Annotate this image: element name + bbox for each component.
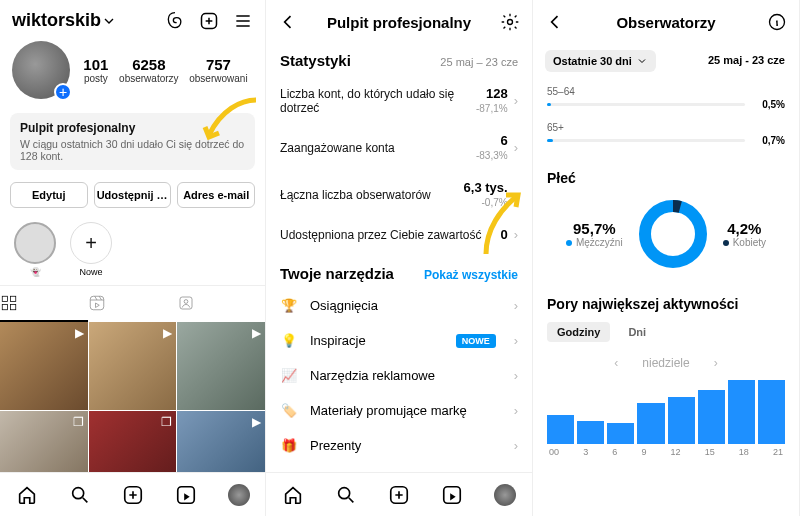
search-icon[interactable] <box>69 484 91 506</box>
toggle-hours[interactable]: Godziny <box>547 322 610 342</box>
carousel-badge-icon: ❐ <box>73 415 84 429</box>
x-tick: 3 <box>583 447 588 457</box>
x-tick: 6 <box>612 447 617 457</box>
activity-x-axis: 0036912151821 <box>533 444 799 457</box>
tool-label: Materiały promujące markę <box>310 403 502 418</box>
threads-icon[interactable] <box>165 11 185 31</box>
age-bar <box>547 139 745 142</box>
highlight-new[interactable]: + Nowe <box>70 222 112 277</box>
activity-bar-chart <box>533 380 799 444</box>
avatar[interactable]: + <box>12 41 70 99</box>
gender-donut: 95,7% Mężczyźni 4,2% Kobiety <box>533 192 799 288</box>
badge-icon: 🏷️ <box>280 403 298 418</box>
followers-label: obserwatorzy <box>119 73 178 84</box>
followers-count: 6258 <box>119 56 178 73</box>
men-pct: 95,7% <box>566 220 623 237</box>
tool-gifts[interactable]: 🎁 Prezenty › <box>266 428 532 463</box>
age-row-65plus: 65+ 0,7% <box>533 116 799 152</box>
svg-point-7 <box>184 300 188 304</box>
svg-rect-4 <box>11 305 16 310</box>
range-pill[interactable]: Ostatnie 30 dni <box>545 50 656 72</box>
age-pct: 0,7% <box>751 135 785 146</box>
bottom-nav <box>266 472 532 516</box>
svg-point-8 <box>72 487 83 498</box>
chevron-right-icon: › <box>514 333 518 348</box>
post-thumb[interactable]: ▶ <box>89 322 177 410</box>
highlight-item[interactable]: 👻 <box>14 222 56 277</box>
add-story-icon[interactable]: + <box>54 83 72 101</box>
pro-dashboard-card[interactable]: Pulpit profesjonalny W ciągu ostatnich 3… <box>10 113 255 170</box>
following-label: obserwowani <box>189 73 247 84</box>
reel-badge-icon: ▶ <box>75 326 84 340</box>
edit-profile-button[interactable]: Edytuj <box>10 182 88 208</box>
activity-bar <box>637 403 664 444</box>
stat-label: Liczba kont, do których udało się dotrze… <box>280 87 476 115</box>
stat-total-followers-row[interactable]: Łączna liczba obserwatorów 6,3 tys.-0,7%… <box>266 171 532 218</box>
reel-badge-icon: ▶ <box>163 326 172 340</box>
next-day-icon[interactable]: › <box>714 356 718 370</box>
info-icon[interactable] <box>767 12 787 32</box>
create-post-icon[interactable] <box>199 11 219 31</box>
stat-label: Łączna liczba obserwatorów <box>280 188 464 202</box>
chevron-right-icon: › <box>514 403 518 418</box>
settings-icon[interactable] <box>500 12 520 32</box>
women-pct: 4,2% <box>723 220 766 237</box>
activity-bar <box>577 421 604 444</box>
lightbulb-icon: 💡 <box>280 333 298 348</box>
back-icon[interactable] <box>278 12 298 32</box>
tab-tagged[interactable] <box>177 286 265 322</box>
profile-nav-avatar[interactable] <box>494 484 516 506</box>
reels-nav-icon[interactable] <box>441 484 463 506</box>
post-thumb[interactable]: ▶ <box>0 322 88 410</box>
home-icon[interactable] <box>282 484 304 506</box>
stat-shared-row[interactable]: Udostępniona przez Ciebie zawartość 0 › <box>266 218 532 251</box>
toggle-days[interactable]: Dni <box>618 322 656 342</box>
highlight-cover <box>14 222 56 264</box>
tool-inspirations[interactable]: 💡 Inspiracje NOWE › <box>266 323 532 358</box>
dashboard-title: Pulpit profesjonalny <box>20 121 245 135</box>
stats-heading: Statystyki <box>280 52 351 69</box>
prev-day-icon[interactable]: ‹ <box>614 356 618 370</box>
username-dropdown[interactable]: wiktorskib <box>12 10 117 31</box>
home-icon[interactable] <box>16 484 38 506</box>
age-label: 55–64 <box>547 86 785 97</box>
share-profile-button[interactable]: Udostępnij pr... <box>94 182 172 208</box>
x-tick: 00 <box>549 447 559 457</box>
tab-reels[interactable] <box>88 286 176 322</box>
create-icon[interactable] <box>122 484 144 506</box>
create-icon[interactable] <box>388 484 410 506</box>
stat-delta: -87,1% <box>476 103 508 114</box>
highlight-label: 👻 <box>14 267 56 277</box>
tab-grid[interactable] <box>0 286 88 322</box>
profile-nav-avatar[interactable] <box>228 484 250 506</box>
show-all-link[interactable]: Pokaż wszystkie <box>424 268 518 282</box>
username: wiktorskib <box>12 10 101 31</box>
stat-reach-row[interactable]: Liczba kont, do których udało się dotrze… <box>266 77 532 124</box>
stat-followers[interactable]: 6258 obserwatorzy <box>119 56 178 84</box>
chevron-right-icon: › <box>514 93 518 108</box>
tool-achievements[interactable]: 🏆 Osiągnięcia › <box>266 288 532 323</box>
email-button[interactable]: Adres e-mail <box>177 182 255 208</box>
chevron-right-icon: › <box>514 187 518 202</box>
stat-engaged-row[interactable]: Zaangażowane konta 6-83,3% › <box>266 124 532 171</box>
tool-branded[interactable]: 🏷️ Materiały promujące markę › <box>266 393 532 428</box>
hamburger-menu-icon[interactable] <box>233 11 253 31</box>
svg-rect-3 <box>2 305 7 310</box>
gender-women: 4,2% Kobiety <box>723 220 766 248</box>
stat-posts[interactable]: 101 posty <box>83 56 108 84</box>
donut-chart <box>637 198 709 270</box>
followers-panel: Obserwatorzy Ostatnie 30 dni 25 maj - 23… <box>533 0 800 516</box>
back-icon[interactable] <box>545 12 565 32</box>
activity-bar <box>758 380 785 444</box>
stat-value: 0 <box>500 227 507 242</box>
x-tick: 18 <box>739 447 749 457</box>
x-tick: 21 <box>773 447 783 457</box>
search-icon[interactable] <box>335 484 357 506</box>
tool-ads[interactable]: 📈 Narzędzia reklamowe › <box>266 358 532 393</box>
age-pct: 0,5% <box>751 99 785 110</box>
stat-following[interactable]: 757 obserwowani <box>189 56 247 84</box>
reels-nav-icon[interactable] <box>175 484 197 506</box>
stat-value: 6,3 tys. <box>464 180 508 195</box>
post-thumb[interactable]: ▶ <box>177 322 265 410</box>
svg-point-11 <box>508 20 513 25</box>
